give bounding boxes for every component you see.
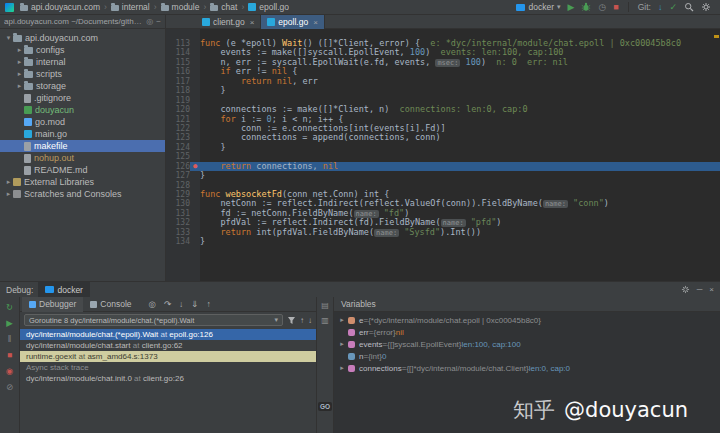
code-line[interactable]: 118 }	[166, 86, 720, 95]
line-number[interactable]: 121	[166, 115, 190, 124]
chevron-down-icon[interactable]: ▾	[4, 34, 13, 42]
breakpoint-gutter[interactable]	[190, 39, 200, 48]
step-out-button[interactable]: ↑	[206, 299, 210, 309]
variable-row[interactable]: ▸connections = {[]*dyc/internal/module/c…	[334, 362, 720, 374]
debug-tab-console[interactable]: Console	[83, 297, 138, 312]
variable-row[interactable]: ▸events = {[]syscall.EpollEvent} len:100…	[334, 338, 720, 350]
line-number[interactable]: 115	[166, 58, 190, 67]
git-update-button[interactable]: ↓	[658, 2, 663, 12]
breakpoint-gutter[interactable]	[190, 86, 200, 95]
stack-frame[interactable]: dyc/internal/module/chat.start at client…	[20, 340, 316, 351]
filter-icon[interactable]	[287, 316, 296, 325]
tree-item[interactable]: ▸storage	[0, 80, 165, 92]
editor[interactable]: 113func (e *epoll) Wait() ([]*Client, er…	[166, 29, 720, 281]
tree-item[interactable]: makefile	[0, 140, 165, 152]
code-line[interactable]: 120 connections := make([]*Client, n) co…	[166, 105, 720, 114]
line-number[interactable]: 120	[166, 105, 190, 114]
locate-file-icon[interactable]: ◎	[146, 17, 153, 26]
line-number[interactable]: 117	[166, 77, 190, 86]
resume-button[interactable]: ▶	[6, 318, 13, 329]
code-line[interactable]: 113func (e *epoll) Wait() ([]*Client, er…	[166, 39, 720, 48]
breadcrumb-item[interactable]: module	[161, 2, 200, 12]
step-over-button[interactable]: ↷	[164, 299, 171, 309]
show-execution-point-button[interactable]: ◎	[149, 299, 156, 309]
tree-item[interactable]: README.md	[0, 164, 165, 176]
line-number[interactable]: 130	[166, 199, 190, 208]
line-number[interactable]: 125	[166, 152, 190, 161]
force-step-into-button[interactable]: ⇓	[191, 299, 198, 309]
layout-icon[interactable]: ▤	[321, 301, 329, 310]
breakpoint-gutter[interactable]	[190, 105, 200, 114]
breadcrumb-item[interactable]: epoll.go	[248, 2, 289, 12]
code-line[interactable]: 130 netConn := reflect.Indirect(reflect.…	[166, 199, 720, 208]
hide-panel-icon[interactable]: −	[156, 17, 161, 26]
code-line[interactable]: 129func websocketFd(conn net.Conn) int {	[166, 190, 720, 199]
chevron-right-icon[interactable]: ▸	[338, 364, 346, 372]
breakpoint-gutter[interactable]	[190, 77, 200, 86]
breakpoint-gutter[interactable]	[190, 67, 200, 76]
stack-frame[interactable]: dyc/internal/module/chat.(*epoll).Wait a…	[20, 329, 316, 340]
line-number[interactable]: 124	[166, 143, 190, 152]
next-frame-icon[interactable]: ↓	[308, 316, 312, 325]
code-line[interactable]: 132 pfdVal := reflect.Indirect(fd).Field…	[166, 218, 720, 227]
line-number[interactable]: 122	[166, 124, 190, 133]
code-line[interactable]: 121 for i := 0; i < n; i++ {	[166, 115, 720, 124]
stop-button[interactable]: ■	[7, 350, 12, 361]
code-line[interactable]: 122 conn := e.connections[int(events[i].…	[166, 124, 720, 133]
breakpoint-gutter[interactable]	[190, 96, 200, 105]
run-config-selector[interactable]: docker ▾	[516, 2, 560, 12]
run-button[interactable]: ▶	[568, 2, 575, 12]
tree-item[interactable]: ▾api.douyacun.com	[0, 32, 165, 44]
chevron-right-icon[interactable]: ▸	[4, 178, 13, 186]
debug-session-tab[interactable]: docker	[38, 282, 90, 297]
chevron-right-icon[interactable]: ▸	[15, 46, 24, 54]
line-number[interactable]: 114	[166, 48, 190, 57]
git-commit-button[interactable]: ✓	[669, 2, 677, 12]
search-icon[interactable]	[684, 2, 694, 12]
line-number[interactable]: 134	[166, 237, 190, 246]
breakpoint-gutter[interactable]	[190, 190, 200, 199]
breakpoint-gutter[interactable]	[190, 133, 200, 142]
breakpoint-gutter[interactable]	[190, 143, 200, 152]
scrollbar-annotation[interactable]	[714, 35, 719, 38]
code-line[interactable]: 127}	[166, 171, 720, 180]
settings-gear-icon[interactable]	[681, 285, 690, 294]
tree-item[interactable]: ▸internal	[0, 56, 165, 68]
project-tree[interactable]: ▾api.douyacun.com▸configs▸internal▸scrip…	[0, 29, 166, 281]
breakpoint-gutter[interactable]	[190, 115, 200, 124]
breadcrumb-item[interactable]: internal	[111, 2, 150, 12]
line-number[interactable]: 126	[166, 162, 190, 171]
chevron-right-icon[interactable]: ▸	[338, 340, 346, 348]
stack-frame[interactable]: runtime.goexit at asm_amd64.s:1373	[20, 351, 316, 362]
code-area[interactable]: 113func (e *epoll) Wait() ([]*Client, er…	[166, 39, 720, 247]
chevron-right-icon[interactable]: ▸	[15, 82, 24, 90]
line-number[interactable]: 118	[166, 86, 190, 95]
code-line[interactable]: 117 return nil, err	[166, 77, 720, 86]
line-number[interactable]: 127	[166, 171, 190, 180]
code-line[interactable]: 126● return connections, nil	[166, 162, 720, 171]
pin-icon[interactable]: ▥	[321, 316, 329, 325]
profiler-button[interactable]: ◷	[598, 2, 606, 12]
tree-item[interactable]: ▸External Libraries	[0, 176, 165, 188]
close-icon[interactable]: ×	[313, 18, 318, 27]
breakpoint-icon[interactable]: ●	[190, 162, 200, 171]
stop-button[interactable]: ■	[613, 2, 618, 12]
previous-frame-icon[interactable]: ↑	[300, 316, 304, 325]
line-number[interactable]: 116	[166, 67, 190, 76]
tree-item[interactable]: ▸scripts	[0, 68, 165, 80]
editor-scrollbar[interactable]	[712, 29, 720, 281]
chevron-right-icon[interactable]: ▸	[4, 190, 13, 198]
tree-item[interactable]: ▸configs	[0, 44, 165, 56]
step-into-button[interactable]: ↓	[179, 299, 183, 309]
code-line[interactable]: 115 n, err := syscall.EpollWait(e.fd, ev…	[166, 58, 720, 67]
line-number[interactable]: 119	[166, 96, 190, 105]
breadcrumb-item[interactable]: api.douyacun.com	[20, 2, 100, 12]
line-number[interactable]: 123	[166, 133, 190, 142]
view-breakpoints-button[interactable]: ◉	[6, 366, 13, 377]
line-number[interactable]: 113	[166, 39, 190, 48]
line-number[interactable]: 132	[166, 218, 190, 227]
code-line[interactable]: 125	[166, 152, 720, 161]
project-panel-header[interactable]: api.douyacun.com ~/Documents/github/api …	[0, 15, 166, 28]
line-number[interactable]: 131	[166, 209, 190, 218]
breakpoint-gutter[interactable]	[190, 48, 200, 57]
